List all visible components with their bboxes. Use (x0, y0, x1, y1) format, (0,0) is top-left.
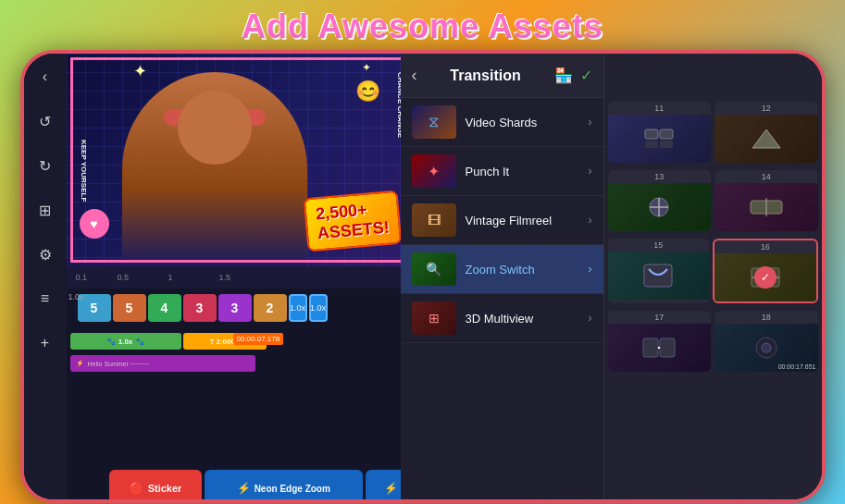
layout-icon[interactable]: ⊞ (31, 196, 59, 224)
transition-back-button[interactable]: ‹ (412, 66, 417, 85)
bottom-bar: 🔴 Sticker ⚡ Neon Edge Zoom ⚡ Mirror (109, 470, 408, 503)
svg-rect-1 (660, 129, 673, 139)
redo-icon[interactable]: ↻ (31, 152, 59, 179)
assets-sticker: 2,500+ASSETS! (304, 191, 403, 252)
timeline-ruler: 0.1 0.5 1 1.5 (67, 266, 408, 289)
grid-cell-17[interactable]: 17 (608, 311, 712, 372)
undo-icon[interactable]: ↺ (31, 107, 59, 135)
grid-cell-13[interactable]: 13 (608, 170, 712, 231)
transition-header: ‹ Transition 🏪 ✓ (401, 54, 603, 98)
transition-list: ‹ Transition 🏪 ✓ ⧖ Video Shards › (401, 54, 604, 503)
grid-cell-15[interactable]: 15 (608, 239, 710, 303)
transition-name-punch-it: Punch It (466, 165, 589, 178)
transition-name-video-shards: Video Shards (466, 116, 589, 129)
transition-name-vintage-filmreel: Vintage Filmreel (466, 214, 589, 227)
sticker-button[interactable]: 🔴 Sticker (109, 470, 202, 503)
menu-icon[interactable]: ≡ (31, 285, 59, 313)
check-icon[interactable]: ✓ (580, 67, 592, 84)
video-preview: ✦ ✦ 😊 2,500+ASSETS! ♥ KEEP YOURSELF CHAN… (67, 54, 408, 266)
grid-cell-16[interactable]: 16 ✓ (713, 239, 818, 303)
ruler-mark-1: 1 (168, 273, 173, 282)
store-icon[interactable]: 🏪 (554, 67, 573, 84)
ruler-mark-15: 1.5 (219, 273, 231, 282)
right-panel: ‹ Transition 🏪 ✓ ⧖ Video Shards › (401, 54, 822, 503)
grid-cell-14[interactable]: 14 (715, 170, 818, 231)
add-icon[interactable]: + (31, 329, 59, 357)
timecode-18: 00:00:17.651 (778, 363, 816, 370)
transition-item-vintage-filmreel[interactable]: 🎞 Vintage Filmreel › (401, 196, 603, 245)
svg-rect-3 (660, 141, 673, 148)
ruler-mark-05: 0.5 (118, 273, 130, 282)
transition-item-punch-it[interactable]: ✦ Punch It › (401, 147, 603, 196)
grid-cell-12[interactable]: 12 (715, 102, 818, 163)
svg-rect-2 (645, 141, 658, 148)
grid-cell-11[interactable]: 11 (608, 102, 712, 163)
back-icon[interactable]: ‹ (31, 63, 59, 91)
transition-item-3d-multiview[interactable]: ⊞ 3D Multiview › (401, 294, 603, 343)
left-panel: ‹ ↺ ↻ ⊞ ⚙ ≡ + ✦ ✦ 😊 (24, 54, 408, 503)
transition-name-3d-multiview: 3D Multiview (466, 312, 589, 326)
left-toolbar: ‹ ↺ ↻ ⊞ ⚙ ≡ + (24, 54, 67, 503)
transition-item-zoom-switch[interactable]: 🔍 Zoom Switch › (401, 245, 603, 294)
svg-marker-4 (752, 129, 780, 148)
transition-title: Transition (425, 68, 547, 84)
transition-item-video-shards[interactable]: ⧖ Video Shards › (401, 98, 603, 147)
neon-button[interactable]: ⚡ Neon Edge Zoom (205, 470, 364, 503)
main-timecode: 00:00:07.178 (233, 333, 284, 345)
grid-panel: 11 12 (604, 54, 822, 503)
phone-frame: ‹ ↺ ↻ ⊞ ⚙ ≡ + ✦ ✦ 😊 (20, 50, 826, 503)
svg-rect-13 (660, 338, 675, 357)
timeline-area: 0.1 0.5 1 1.5 1.0x 5 5 4 3 3 2 1.0x (67, 266, 408, 503)
settings-icon[interactable]: ⚙ (31, 240, 59, 268)
svg-rect-0 (645, 129, 658, 139)
svg-rect-12 (643, 338, 658, 357)
svg-point-15 (762, 343, 771, 352)
grid-cell-18[interactable]: 18 00:00:17.651 (715, 311, 818, 372)
page-title: Add Awesome Assets (242, 7, 603, 46)
transition-name-zoom-switch: Zoom Switch (466, 263, 589, 277)
ruler-mark-01: 0.1 (76, 273, 88, 282)
